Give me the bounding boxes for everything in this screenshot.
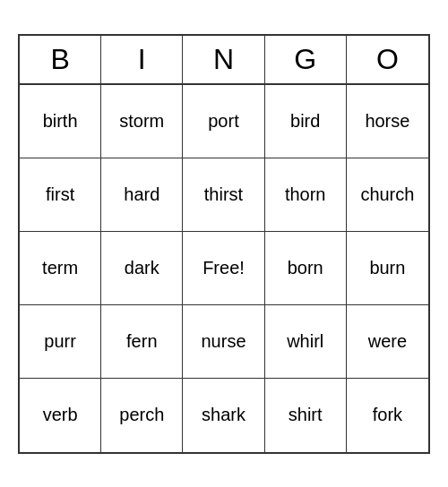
cell-r4-c3[interactable]: shirt — [265, 379, 347, 452]
cell-r3-c0[interactable]: purr — [20, 305, 101, 379]
cell-r2-c3[interactable]: born — [265, 232, 347, 305]
bingo-card: B I N G O birthstormportbirdhorsefirstha… — [18, 34, 430, 454]
cell-r0-c2[interactable]: port — [183, 85, 264, 158]
cell-r1-c2[interactable]: thirst — [183, 158, 264, 232]
header-b: B — [20, 36, 101, 83]
header-o: O — [347, 36, 428, 83]
cell-r0-c0[interactable]: birth — [20, 85, 101, 158]
bingo-grid: birthstormportbirdhorsefirsthardthirstth… — [20, 85, 428, 452]
cell-r4-c1[interactable]: perch — [101, 379, 183, 452]
header-g: G — [265, 36, 347, 83]
cell-r0-c1[interactable]: storm — [101, 85, 183, 158]
cell-r1-c4[interactable]: church — [347, 158, 428, 232]
cell-r0-c4[interactable]: horse — [347, 85, 428, 158]
cell-r3-c1[interactable]: fern — [101, 305, 183, 379]
cell-r2-c2[interactable]: Free! — [183, 232, 264, 305]
cell-r2-c1[interactable]: dark — [101, 232, 183, 305]
cell-r1-c0[interactable]: first — [20, 158, 101, 232]
cell-r0-c3[interactable]: bird — [265, 85, 347, 158]
cell-r4-c2[interactable]: shark — [183, 379, 264, 452]
cell-r3-c4[interactable]: were — [347, 305, 428, 379]
header-n: N — [183, 36, 264, 83]
cell-r1-c1[interactable]: hard — [101, 158, 183, 232]
header-i: I — [101, 36, 183, 83]
cell-r4-c0[interactable]: verb — [20, 379, 101, 452]
cell-r3-c2[interactable]: nurse — [183, 305, 264, 379]
bingo-header: B I N G O — [20, 36, 428, 85]
cell-r3-c3[interactable]: whirl — [265, 305, 347, 379]
cell-r2-c0[interactable]: term — [20, 232, 101, 305]
cell-r4-c4[interactable]: fork — [347, 379, 428, 452]
cell-r2-c4[interactable]: burn — [347, 232, 428, 305]
cell-r1-c3[interactable]: thorn — [265, 158, 347, 232]
